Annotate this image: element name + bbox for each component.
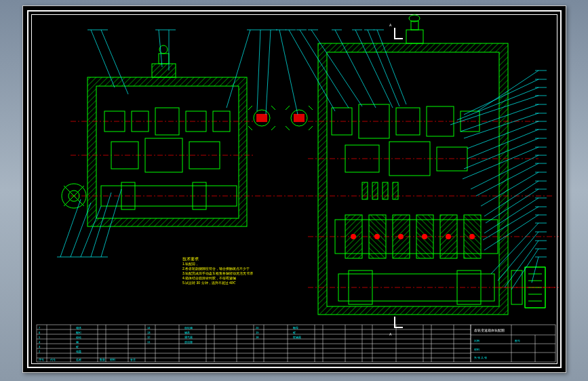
svg-text:3: 3 xyxy=(39,345,41,348)
svg-text:6: 6 xyxy=(39,331,41,334)
drawing-canvas: A A xyxy=(23,6,566,372)
right-assembly xyxy=(308,15,559,315)
svg-text:图号: 图号 xyxy=(515,339,520,342)
notes-line: 4.箱体结合面涂密封胶，不得有渗漏 xyxy=(182,276,311,281)
technical-notes: 技术要求 1.装配前， 2.各齿轮副侧隙应符合，啮合接触斑点不少于 3.装配完成… xyxy=(182,257,311,285)
svg-line-149 xyxy=(532,257,538,283)
svg-text:名称: 名称 xyxy=(76,358,81,361)
svg-point-64 xyxy=(422,234,427,239)
svg-line-85 xyxy=(257,30,260,111)
svg-rect-31 xyxy=(327,52,499,306)
svg-text:2: 2 xyxy=(39,350,41,353)
svg-text:第 张 共 张: 第 张 共 张 xyxy=(474,356,487,359)
svg-text:螺钉: 螺钉 xyxy=(76,331,81,334)
notes-line: 5.试运转 30 分钟，温升不超过 40℃ xyxy=(182,281,311,285)
svg-text:数量: 数量 xyxy=(100,358,105,361)
svg-rect-50 xyxy=(362,182,368,199)
bom-table: 序号 代号 名称 数量 材料 备注 7 箱体 6 螺钉 5 齿轮 4 轴 3 键… xyxy=(37,325,471,362)
svg-text:A: A xyxy=(389,23,392,27)
svg-point-65 xyxy=(446,234,451,239)
svg-line-89 xyxy=(279,30,298,115)
svg-rect-53 xyxy=(393,182,398,199)
svg-text:备注: 备注 xyxy=(130,358,136,361)
svg-text:端盖: 端盖 xyxy=(76,350,81,353)
svg-rect-6 xyxy=(152,64,176,77)
svg-text:螺母: 螺母 xyxy=(293,326,298,329)
svg-text:19: 19 xyxy=(256,331,259,334)
svg-text:材料: 材料 xyxy=(473,348,479,351)
svg-rect-34 xyxy=(406,30,423,43)
svg-text:轴承: 轴承 xyxy=(184,331,190,334)
svg-text:代号: 代号 xyxy=(50,358,56,361)
title-block: 齿轮变速箱体装配图 比例 材料 图号 第 张 共 张 xyxy=(471,325,555,362)
svg-text:11: 11 xyxy=(147,340,151,344)
svg-text:20: 20 xyxy=(256,326,259,329)
svg-text:联轴器: 联轴器 xyxy=(293,336,301,339)
svg-rect-8 xyxy=(159,54,169,64)
svg-rect-28 xyxy=(256,114,267,122)
notes-line: 2.各齿轮副侧隙应符合，啮合接触斑点不少于 xyxy=(182,266,311,271)
cad-drawing-frame: A A xyxy=(22,5,566,373)
svg-text:齿轮: 齿轮 xyxy=(76,336,81,339)
notes-line: 1.装配前， xyxy=(182,262,311,266)
svg-point-62 xyxy=(374,234,380,239)
svg-text:比例: 比例 xyxy=(474,339,479,342)
svg-line-153 xyxy=(71,203,91,257)
svg-rect-29 xyxy=(294,114,305,122)
svg-text:12: 12 xyxy=(147,336,151,339)
svg-text:4: 4 xyxy=(39,340,41,344)
svg-point-61 xyxy=(351,234,356,239)
svg-rect-51 xyxy=(372,182,378,199)
svg-text:齿轮轴: 齿轮轴 xyxy=(184,326,193,329)
notes-line: 3.装配完成后手动盘车检查各轴转动灵活无卡滞 xyxy=(182,271,311,276)
svg-text:通气器: 通气器 xyxy=(184,336,193,339)
left-assembly xyxy=(62,45,313,226)
svg-text:键: 键 xyxy=(75,345,79,348)
svg-text:5: 5 xyxy=(39,336,41,339)
svg-text:材料: 材料 xyxy=(109,358,115,361)
svg-text:放油塞: 放油塞 xyxy=(184,340,193,344)
svg-rect-3 xyxy=(96,86,239,218)
notes-header: 技术要求 xyxy=(182,257,311,262)
svg-text:序号: 序号 xyxy=(39,358,44,361)
svg-text:轴: 轴 xyxy=(76,340,79,344)
svg-text:7: 7 xyxy=(39,326,41,329)
svg-text:18: 18 xyxy=(256,336,259,339)
svg-text:箱体: 箱体 xyxy=(76,326,81,329)
svg-text:齿轮变速箱体装配图: 齿轮变速箱体装配图 xyxy=(474,328,505,332)
svg-rect-52 xyxy=(383,182,388,199)
svg-text:14: 14 xyxy=(147,326,151,329)
svg-line-87 xyxy=(266,30,271,115)
svg-point-63 xyxy=(398,234,404,239)
svg-text:13: 13 xyxy=(147,331,151,334)
svg-text:键: 键 xyxy=(292,331,296,334)
svg-point-66 xyxy=(469,234,475,239)
svg-rect-35 xyxy=(411,21,418,30)
